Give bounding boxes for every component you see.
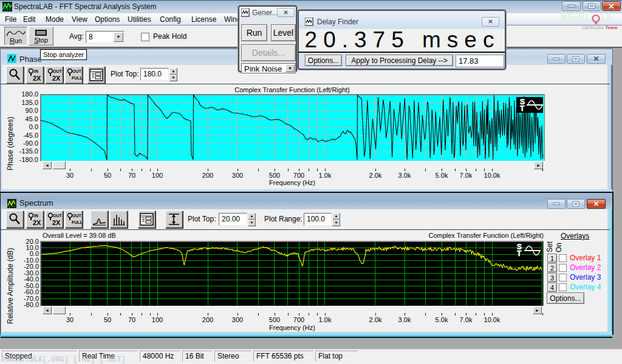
svg-text:OUT: OUT [53,69,63,73]
svg-text:OUT: OUT [72,69,82,73]
svg-text:Relative Amplitude (dB): Relative Amplitude (dB) [6,248,15,324]
svg-text:2X: 2X [33,219,41,226]
svg-text:IN: IN [34,214,38,218]
svg-text:T: T [517,249,522,258]
svg-text:FULL: FULL [72,220,82,224]
svg-text:T: T [520,104,525,113]
svg-text:FULL: FULL [72,76,82,80]
svg-text:On: On [555,243,563,252]
svg-text:Phase (degrees): Phase (degrees) [6,116,15,170]
svg-text:Set: Set [545,241,554,252]
svg-text:2X: 2X [52,75,61,82]
svg-text:2X: 2X [33,75,41,82]
svg-text:OUT: OUT [53,214,63,218]
svg-text:IN: IN [34,69,38,73]
svg-text:2X: 2X [52,219,61,226]
svg-text:OUT: OUT [72,214,82,218]
